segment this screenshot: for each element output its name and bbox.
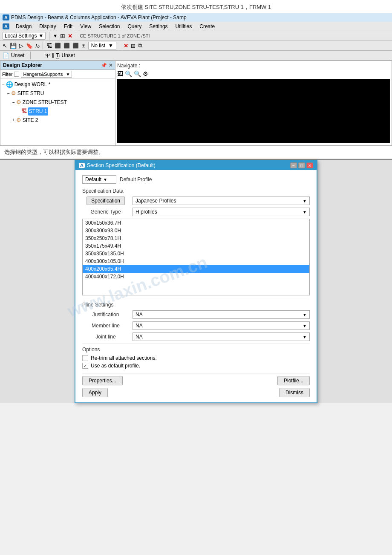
struct-icon-2[interactable]: ⬛ [55, 43, 61, 49]
specification-dropdown[interactable]: Japanese Profiles ▼ [133, 197, 310, 205]
struct-icon-4[interactable]: ⬛ [72, 43, 79, 49]
menu-edit[interactable]: Edit [63, 23, 74, 30]
ref-icon[interactable]: I₀ [35, 43, 39, 49]
expand-worl[interactable]: − [2, 81, 5, 88]
dialog-close-btn[interactable]: ✕ [306, 162, 313, 168]
toolbar-down-arrow-icon[interactable]: ▼ [53, 33, 58, 38]
menu-selection[interactable]: Selection [98, 23, 121, 30]
site2-label: SITE 2 [23, 116, 38, 124]
tree-item-site2[interactable]: + ⚙ SITE 2 [2, 116, 113, 125]
profile-item-3[interactable]: 350x175x49.4H [83, 242, 309, 250]
expand-site-stru[interactable]: − [7, 90, 10, 97]
dialog-title: Section Specification (Default) [87, 162, 156, 168]
menu-create[interactable]: Create [198, 23, 216, 30]
option1-row: Re-trim all attached sections. [82, 355, 310, 361]
profile-item-2[interactable]: 350x250x78.1H [83, 234, 309, 242]
expand-site2[interactable]: + [12, 117, 15, 124]
save-icon[interactable]: 💾 [10, 43, 17, 49]
profile-item-4[interactable]: 350x350x135.0H [83, 250, 309, 257]
design-explorer-title: Design Explorer [3, 62, 42, 68]
apply-btn[interactable]: Apply [82, 388, 108, 397]
joint-line-dropdown[interactable]: NA ▼ [133, 332, 310, 341]
navigate-toolbar: 🖼 🔍 🔍 ⚙ [117, 70, 390, 77]
tag-icon[interactable]: 🔖 [26, 43, 33, 49]
unset-left-label: Unset [11, 52, 24, 58]
separator-3 [43, 42, 43, 49]
dialog-titlebar-controls: − □ ✕ [290, 162, 313, 168]
nav-icon-2[interactable]: 🔍 [125, 70, 132, 77]
tree-item-zone-stru-test[interactable]: − ⚙ ZONE STRU-TEST [2, 98, 113, 107]
de-close-icon[interactable]: ✕ [109, 63, 112, 68]
properties-btn[interactable]: Properties... [82, 376, 123, 385]
specification-btn[interactable]: Specification [86, 197, 125, 205]
option1-label: Re-trim all attached sections. [91, 355, 157, 361]
toolbar2-x-icon[interactable]: ✕ [124, 43, 128, 49]
dialog-minimize-btn[interactable]: − [290, 162, 297, 168]
menu-app-icon: A [3, 23, 9, 29]
toolbar-grid-icon[interactable]: ⊞ [60, 32, 65, 39]
toolbar2-grid-icon[interactable]: ⊞ [131, 43, 135, 49]
tree-item-site-stru[interactable]: − ⚙ SITE STRU [2, 89, 113, 98]
specification-control: Japanese Profiles ▼ [133, 197, 310, 205]
dialog-titlebar-left: A Section Specification (Default) [79, 162, 156, 168]
struct-icon-3[interactable]: ⬛ [63, 43, 70, 49]
profile-item-6[interactable]: 400x200x65.4H [83, 265, 309, 273]
menu-query[interactable]: Query [127, 23, 143, 30]
dialog-footer-2: Apply Dismiss [82, 388, 310, 397]
filter-checkbox[interactable] [14, 72, 19, 77]
struct-icon-5[interactable]: ⊞ [81, 43, 86, 49]
option2-checkbox[interactable]: ✓ [82, 363, 88, 369]
section-specification-dialog: A Section Specification (Default) − □ ✕ … [75, 160, 317, 403]
stru1-icon: 🏗 [21, 107, 27, 116]
toolbar-x-icon[interactable]: ✕ [68, 33, 72, 39]
filter-label: Filter [2, 72, 12, 77]
plotfile-btn[interactable]: Plotfile... [277, 376, 310, 385]
top-banner: 依次创建 SITE STRU,ZONE STRU-TEST,STRU 1，FRM… [0, 0, 392, 13]
specification-data-label: Specification Data [82, 188, 310, 194]
dialog-maximize-btn[interactable]: □ [298, 162, 305, 168]
struct-icon-1[interactable]: 🏗 [46, 43, 52, 49]
profile-dropdown-small[interactable]: Default ▼ [82, 175, 116, 184]
profile-item-7[interactable]: 400x400x172.0H [83, 273, 309, 280]
profile-item-5[interactable]: 400x300x105.0H [83, 257, 309, 265]
specification-label: Specification [82, 197, 129, 205]
dismiss-btn[interactable]: Dismiss [279, 388, 310, 397]
justification-dropdown[interactable]: NA ▼ [133, 310, 310, 319]
nav-icon-1[interactable]: 🖼 [117, 70, 123, 77]
member-line-row: Member line NA ▼ [82, 321, 310, 330]
menu-view[interactable]: View [79, 23, 92, 30]
profile-item-1[interactable]: 300x300x93.0H [83, 227, 309, 234]
expand-zone-stru-test[interactable]: − [12, 99, 15, 106]
cursor-icon[interactable]: ↖ [3, 43, 7, 49]
generic-type-dropdown[interactable]: H profiles ▼ [133, 208, 310, 216]
separator-1 [49, 32, 49, 40]
menu-utilities[interactable]: Utilities [174, 23, 193, 30]
nav-icon-4[interactable]: ⚙ [143, 70, 148, 77]
menu-display[interactable]: Display [38, 23, 57, 30]
menu-bar: A Design Display Edit View Selection Que… [0, 22, 392, 31]
design-explorer-right: Navigate : 🖼 🔍 🔍 ⚙ [115, 61, 392, 145]
toolbar2-copy-icon[interactable]: ⧉ [138, 42, 142, 49]
navigate-viewport [117, 79, 390, 143]
nolist-dropdown[interactable]: No list ▼ [88, 42, 116, 49]
member-line-dropdown[interactable]: NA ▼ [133, 321, 310, 330]
menu-settings[interactable]: Settings [148, 23, 169, 30]
unset-right-group: Ψ I T̲ᵢ Unset [45, 52, 75, 59]
profile-default-profile-label: Default Profile [120, 176, 152, 182]
menu-design[interactable]: Design [14, 23, 33, 30]
local-settings-dropdown[interactable]: Local Settings ▼ [3, 32, 46, 40]
play-icon[interactable]: ▷ [19, 43, 23, 49]
specification-value: Japanese Profiles [135, 198, 176, 204]
filter-dropdown[interactable]: Hangers&Supports ▼ [21, 71, 72, 78]
nav-icon-3[interactable]: 🔍 [134, 70, 141, 77]
member-line-arrow: ▼ [303, 324, 307, 328]
de-pin-icon[interactable]: 📌 [101, 63, 107, 68]
title-bar-text: PDMS Design - Beams & Columns Applicatio… [11, 14, 187, 20]
profile-item-0[interactable]: 300x150x36.7H [83, 219, 309, 227]
profile-list[interactable]: 300x150x36.7H 300x300x93.0H 350x250x78.1… [82, 219, 310, 295]
local-settings-arrow: ▼ [38, 33, 43, 39]
tree-item-stru1[interactable]: − 🏗 STRU 1 [2, 107, 113, 116]
tree-item-worl[interactable]: − 🌐 Design WORL * [2, 80, 113, 89]
option1-checkbox[interactable] [82, 355, 88, 361]
expand-stru1[interactable]: − [17, 108, 20, 115]
